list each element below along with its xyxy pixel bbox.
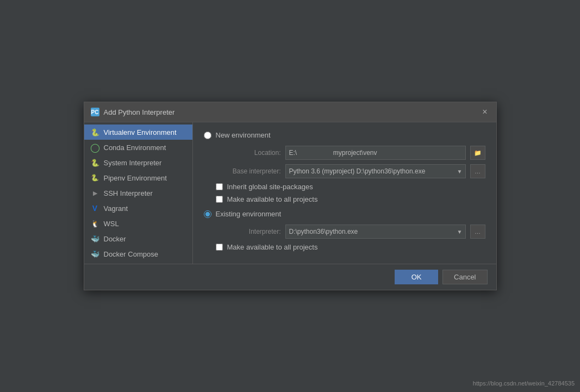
base-interpreter-wrapper: Python 3.6 (myproject) D:\python36\pytho… xyxy=(285,164,466,178)
inherit-row: Inherit global site-packages xyxy=(216,183,485,191)
sidebar-item-docker[interactable]: 🐳 Docker xyxy=(84,231,192,246)
new-env-section: Location: 📁 Base interpreter: Python 3.6… xyxy=(204,146,485,203)
wsl-icon: 🐧 xyxy=(91,219,99,228)
vagrant-icon: V xyxy=(91,204,99,213)
system-icon: 🐍 xyxy=(91,158,99,167)
ellipsis-icon: … xyxy=(475,168,481,175)
sidebar-item-conda[interactable]: ◯ Conda Environment xyxy=(84,140,192,155)
sidebar-label-conda: Conda Environment xyxy=(104,144,166,152)
base-interpreter-browse-button[interactable]: … xyxy=(470,164,485,178)
inherit-label[interactable]: Inherit global site-packages xyxy=(227,183,313,191)
new-env-label[interactable]: New environment xyxy=(216,131,271,139)
interpreter-label: Interpreter: xyxy=(216,228,281,235)
ok-button[interactable]: OK xyxy=(395,270,438,284)
sidebar-label-docker-compose: Docker Compose xyxy=(104,250,158,258)
title-icon: PC xyxy=(91,108,99,116)
backdrop: PC Add Python Interpreter × 🐍 Virtualenv… xyxy=(0,0,580,392)
folder-icon: 📁 xyxy=(474,150,482,157)
cancel-button[interactable]: Cancel xyxy=(442,270,487,284)
interpreter-browse-button[interactable]: … xyxy=(470,225,485,239)
title-left: PC Add Python Interpreter xyxy=(91,108,175,116)
existing-env-row: Existing environment xyxy=(204,210,485,218)
inherit-checkbox[interactable] xyxy=(216,183,223,190)
ellipsis-icon-2: … xyxy=(475,228,481,235)
location-label: Location: xyxy=(216,149,281,157)
sidebar-label-ssh: SSH Interpreter xyxy=(104,189,153,197)
sidebar-item-system[interactable]: 🐍 System Interpreter xyxy=(84,155,192,170)
existing-env-radio[interactable] xyxy=(204,210,211,218)
location-browse-button[interactable]: 📁 xyxy=(470,146,485,160)
base-interpreter-label: Base interpreter: xyxy=(216,167,281,175)
sidebar-item-docker-compose[interactable]: 🐳 Docker Compose xyxy=(84,246,192,262)
dialog-body: 🐍 Virtualenv Environment ◯ Conda Environ… xyxy=(84,122,496,264)
conda-icon: ◯ xyxy=(91,143,99,152)
make-available-new-checkbox[interactable] xyxy=(216,196,223,203)
make-available-existing-checkbox[interactable] xyxy=(216,244,223,251)
base-interpreter-select[interactable]: Python 3.6 (myproject) D:\python36\pytho… xyxy=(285,164,466,178)
titlebar: PC Add Python Interpreter × xyxy=(84,102,496,122)
close-button[interactable]: × xyxy=(480,107,489,117)
interpreter-select[interactable]: D:\python36\python.exe xyxy=(285,225,466,239)
dialog-footer: OK Cancel xyxy=(84,264,496,290)
sidebar-item-virtualenv[interactable]: 🐍 Virtualenv Environment xyxy=(84,125,192,140)
existing-env-section: Interpreter: D:\python36\python.exe ▼ … xyxy=(204,225,485,251)
docker-icon: 🐳 xyxy=(91,234,99,243)
docker-compose-icon: 🐳 xyxy=(91,250,99,258)
new-env-radio[interactable] xyxy=(204,132,211,139)
existing-env-label[interactable]: Existing environment xyxy=(216,210,282,218)
sidebar-item-ssh[interactable]: ▶ SSH Interpreter xyxy=(84,185,192,201)
dialog: PC Add Python Interpreter × 🐍 Virtualenv… xyxy=(84,102,497,290)
base-interpreter-row: Base interpreter: Python 3.6 (myproject)… xyxy=(216,164,485,178)
main-panel: New environment Location: 📁 Base interpr… xyxy=(193,122,496,264)
make-available-new-row: Make available to all projects xyxy=(216,195,485,203)
interpreter-wrapper: D:\python36\python.exe ▼ xyxy=(285,225,466,239)
make-available-existing-label[interactable]: Make available to all projects xyxy=(227,243,318,251)
interpreter-row: Interpreter: D:\python36\python.exe ▼ … xyxy=(216,225,485,239)
sidebar-label-pipenv: Pipenv Environment xyxy=(104,174,167,182)
make-available-existing-row: Make available to all projects xyxy=(216,243,485,251)
sidebar-label-wsl: WSL xyxy=(104,220,119,228)
sidebar-label-virtualenv: Virtualenv Environment xyxy=(104,128,177,136)
sidebar: 🐍 Virtualenv Environment ◯ Conda Environ… xyxy=(84,122,193,264)
new-env-row: New environment xyxy=(204,131,485,139)
pipenv-icon: 🐍 xyxy=(91,173,99,182)
sidebar-item-pipenv[interactable]: 🐍 Pipenv Environment xyxy=(84,170,192,185)
sidebar-label-docker: Docker xyxy=(104,235,126,243)
location-row: Location: 📁 xyxy=(216,146,485,160)
ssh-icon: ▶ xyxy=(91,189,99,197)
watermark: https://blog.csdn.net/weixin_42784535 xyxy=(473,380,575,387)
location-input[interactable] xyxy=(285,146,466,160)
make-available-new-label[interactable]: Make available to all projects xyxy=(227,195,318,203)
virtualenv-icon: 🐍 xyxy=(91,128,99,136)
sidebar-label-vagrant: Vagrant xyxy=(104,204,128,213)
sidebar-item-vagrant[interactable]: V Vagrant xyxy=(84,201,192,216)
sidebar-label-system: System Interpreter xyxy=(104,159,162,167)
sidebar-item-wsl[interactable]: 🐧 WSL xyxy=(84,216,192,231)
dialog-title: Add Python Interpreter xyxy=(104,108,175,116)
